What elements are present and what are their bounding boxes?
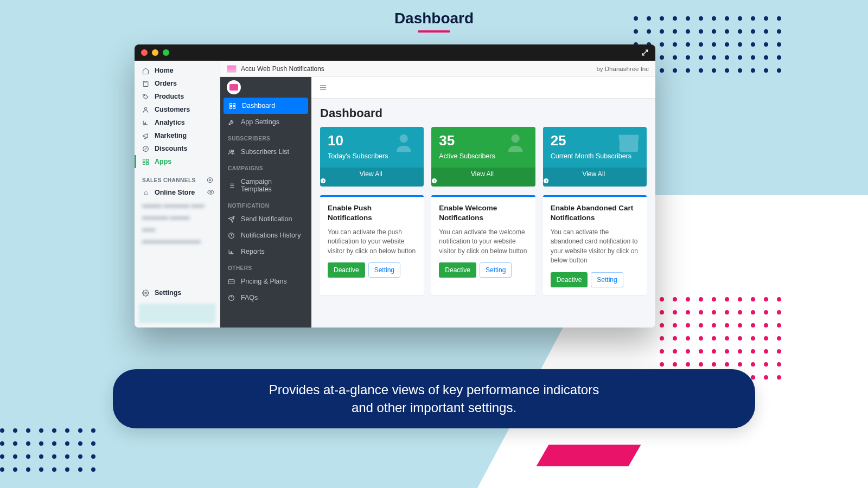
users-icon [228,149,235,156]
nav-label: Send Notification [241,215,292,223]
deactive-button[interactable]: Deactive [551,272,588,287]
settings-card: Enable Welcome NotificationsYou can acti… [431,195,535,295]
card-title: Enable Push Notifications [328,203,416,222]
nav-label: Pricing & Plans [241,278,287,285]
sidebar-item-analytics[interactable]: Analytics [135,116,220,129]
arrow-right-icon [543,178,647,184]
content-heading: Dashboard [320,106,647,120]
app-logo-icon [227,65,237,73]
fullscreen-icon[interactable] [641,49,649,56]
nav-faqs[interactable]: FAQs [220,290,311,306]
group-header: CAMPAIGNS [220,160,311,174]
view-all-link[interactable]: View All [320,168,424,187]
list-icon [228,182,235,189]
chart-icon [142,119,150,126]
sidebar-item-online-store[interactable]: ⌂ Online Store [135,185,220,199]
caption-line: Provides at-a-glance views of key perfor… [145,381,723,399]
page-title-text: Dashboard [394,10,474,27]
svg-point-22 [511,134,519,143]
sidebar-item-label: Online Store [155,189,195,196]
sidebar-item-label: Home [155,67,174,74]
group-header: OTHERS [220,260,311,273]
tag-icon [142,93,150,100]
grid-icon [229,102,237,110]
setting-button[interactable]: Setting [480,262,512,278]
nav-label: Campaign Templates [241,178,304,193]
sales-channels-header: SALES CHANNELS [142,177,196,183]
arrow-right-icon [431,178,535,184]
app-window: HomeOrdersProductsCustomersAnalyticsMark… [135,44,655,328]
blurred-item: ▬▬▬▬ ▬▬▬ [135,211,220,223]
deactive-button[interactable]: Deactive [328,262,365,278]
nav-send-notification[interactable]: Send Notification [220,211,311,227]
svg-rect-0 [143,81,148,86]
shopify-sidebar: HomeOrdersProductsCustomersAnalyticsMark… [135,61,220,328]
app-author: by Dhanashree Inc [596,66,649,72]
app-sidebar: DashboardApp Settings SUBSCRIBERSSubscri… [220,77,311,328]
nav-label: Reports [241,248,265,255]
sidebar-item-apps[interactable]: Apps [135,155,220,168]
nav-dashboard[interactable]: Dashboard [224,98,308,114]
svg-rect-25 [620,136,639,140]
maximize-icon[interactable] [163,49,169,56]
settings-card: Enable Abandoned Cart NotificationsYou c… [543,195,647,295]
blurred-card [139,304,215,323]
settings-card: Enable Push NotificationsYou can activat… [320,195,424,295]
sidebar-item-label: Products [155,93,184,100]
gear-icon [142,290,150,297]
nav-app-settings[interactable]: App Settings [220,114,311,130]
discount-icon [142,145,150,152]
nav-notifications-history[interactable]: Notifications History [220,227,311,243]
sidebar-item-orders[interactable]: Orders [135,77,220,90]
svg-point-1 [144,94,145,95]
svg-rect-5 [146,159,149,161]
sidebar-item-label: Apps [155,158,171,165]
view-all-link[interactable]: View All [543,168,647,187]
setting-button[interactable]: Setting [591,272,623,287]
minimize-icon[interactable] [152,49,158,56]
user-icon [142,106,150,113]
app-logo-icon [227,80,241,94]
setting-button[interactable]: Setting [368,262,400,278]
add-channel-icon[interactable] [207,177,213,183]
svg-rect-6 [143,162,145,164]
close-icon[interactable] [141,49,148,56]
sidebar-item-customers[interactable]: Customers [135,103,220,116]
svg-point-15 [229,150,232,152]
app-main: Dashboard 10Today's SubscribersView All3… [311,77,655,328]
nav-pricing-&-plans[interactable]: Pricing & Plans [220,273,311,290]
card-title: Enable Abandoned Cart Notifications [551,203,639,222]
svg-rect-7 [146,162,149,164]
nav-label: Dashboard [242,102,275,110]
help-icon [228,294,235,301]
deactive-button[interactable]: Deactive [439,262,476,278]
card-body: You can activate the abandoned card noti… [551,228,639,266]
svg-point-20 [400,134,408,143]
credit-icon [228,278,235,285]
nav-campaign-templates[interactable]: Campaign Templates [220,174,311,197]
stat-card: 35Active SubscribersView All [431,127,535,187]
nav-label: Subscribers List [241,148,289,156]
page-title: Dashboard [394,10,474,33]
user-check-icon [505,130,530,155]
nav-label: App Settings [241,118,279,126]
orders-icon [142,80,150,87]
blurred-item: ▬▬ [135,223,220,235]
sidebar-item-discounts[interactable]: Discounts [135,142,220,155]
user-clock-icon [393,130,418,155]
group-header: NOTIFICATION [220,197,311,211]
eye-icon[interactable] [207,189,214,196]
calendar-icon [616,130,641,155]
hamburger-icon[interactable] [319,84,327,92]
sidebar-item-marketing[interactable]: Marketing [135,129,220,142]
view-all-link[interactable]: View All [431,168,535,187]
home-icon [142,67,150,74]
sidebar-item-label: Discounts [155,145,187,152]
sidebar-item-home[interactable]: Home [135,64,220,77]
nav-subscribers-list[interactable]: Subscribers List [220,144,311,160]
sidebar-item-products[interactable]: Products [135,90,220,103]
app-title: Accu Web Push Notifications [241,65,324,73]
blurred-item: ▬▬▬ ▬▬▬▬ ▬▬ [135,199,220,211]
sidebar-item-settings[interactable]: Settings [135,286,220,299]
nav-reports[interactable]: Reports [220,243,311,260]
